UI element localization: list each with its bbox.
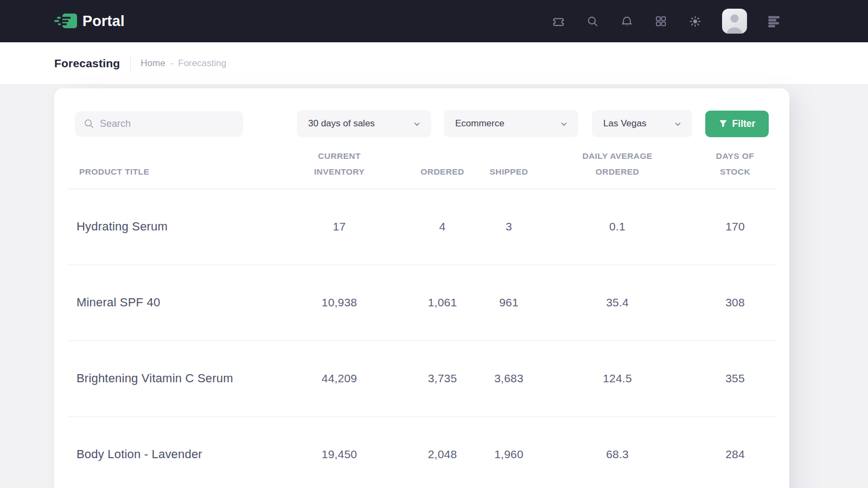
filter-button[interactable]: Filter <box>705 111 769 137</box>
cell-daily-average-ordered: 68.3 <box>533 448 701 461</box>
chevron-down-icon <box>413 120 421 128</box>
title-divider <box>130 55 131 72</box>
brand-name: Portal <box>82 13 125 30</box>
cell-product-title: Hydrating Serum <box>75 220 278 234</box>
cell-shipped: 3,683 <box>484 372 533 385</box>
col-header-ordered[interactable]: Ordered <box>400 164 484 179</box>
cell-shipped: 1,960 <box>484 448 533 461</box>
location-value: Las Vegas <box>603 118 646 129</box>
cell-ordered: 1,061 <box>400 296 484 309</box>
search-input[interactable] <box>100 118 235 130</box>
cell-product-title: Mineral SPF 40 <box>75 296 278 310</box>
theme-sun-icon[interactable] <box>688 14 702 28</box>
sales-period-dropdown[interactable]: 30 days of sales <box>297 110 431 137</box>
bell-icon[interactable] <box>620 14 634 28</box>
portal-logo-icon <box>54 12 77 30</box>
col-header-days-of-stock[interactable]: Days of Stock <box>701 148 769 180</box>
page-title: Forecasting <box>54 57 120 70</box>
chevron-down-icon <box>674 120 682 128</box>
cell-current-inventory: 44,209 <box>278 372 400 385</box>
cell-days-of-stock: 355 <box>701 372 769 385</box>
forecasting-card: 30 days of sales Ecommerce Las Vegas Fil… <box>54 88 789 488</box>
channel-dropdown[interactable]: Ecommerce <box>444 110 578 137</box>
cell-daily-average-ordered: 0.1 <box>533 220 701 233</box>
funnel-icon <box>719 119 727 128</box>
cell-ordered: 2,048 <box>400 448 484 461</box>
search-icon[interactable] <box>585 14 599 28</box>
cell-days-of-stock: 308 <box>701 296 769 309</box>
menu-lines-icon[interactable] <box>767 14 781 28</box>
table-row[interactable]: Hydrating Serum 17 4 3 0.1 170 <box>75 189 769 265</box>
chevron-down-icon <box>560 120 568 128</box>
cell-daily-average-ordered: 124.5 <box>533 372 701 385</box>
table-row[interactable]: Mineral SPF 40 10,938 1,061 961 35.4 308 <box>75 265 769 341</box>
cell-current-inventory: 19,450 <box>278 448 400 461</box>
col-header-product-title[interactable]: Product Title <box>75 164 278 179</box>
apps-grid-icon[interactable] <box>654 14 668 28</box>
location-dropdown[interactable]: Las Vegas <box>592 110 692 137</box>
top-navbar: Portal <box>0 0 868 42</box>
sales-period-value: 30 days of sales <box>308 118 375 129</box>
breadcrumb: Home - Forecasting <box>141 58 226 69</box>
user-avatar[interactable] <box>722 9 747 34</box>
cell-shipped: 961 <box>484 296 533 309</box>
col-header-shipped[interactable]: Shipped <box>484 164 533 179</box>
table-row[interactable]: Body Lotion - Lavender 19,450 2,048 1,96… <box>75 417 769 488</box>
cell-days-of-stock: 284 <box>701 448 769 461</box>
table-header-row: Product Title Current Inventory Ordered … <box>75 148 769 189</box>
breadcrumb-home[interactable]: Home <box>141 58 165 69</box>
breadcrumb-separator: - <box>170 58 174 69</box>
content-area: 30 days of sales Ecommerce Las Vegas Fil… <box>0 84 868 488</box>
cell-shipped: 3 <box>484 220 533 233</box>
search-input-icon <box>83 118 95 130</box>
cell-days-of-stock: 170 <box>701 220 769 233</box>
ticket-icon[interactable] <box>551 14 565 28</box>
cell-ordered: 4 <box>400 220 484 233</box>
breadcrumb-current: Forecasting <box>178 58 226 69</box>
navbar-actions <box>551 9 781 34</box>
filter-toolbar: 30 days of sales Ecommerce Las Vegas Fil… <box>75 110 769 137</box>
filter-button-label: Filter <box>732 118 756 130</box>
cell-product-title: Brightening Vitamin C Serum <box>75 371 278 386</box>
col-header-daily-average-ordered[interactable]: Daily Average Ordered <box>533 148 701 180</box>
col-header-current-inventory[interactable]: Current Inventory <box>278 148 400 180</box>
cell-current-inventory: 10,938 <box>278 296 400 309</box>
channel-value: Ecommerce <box>455 118 505 129</box>
cell-product-title: Body Lotion - Lavender <box>75 447 278 461</box>
cell-daily-average-ordered: 35.4 <box>533 296 701 309</box>
table-row[interactable]: Brightening Vitamin C Serum 44,209 3,735… <box>75 341 769 416</box>
page-header: Forecasting Home - Forecasting <box>0 42 868 84</box>
cell-ordered: 3,735 <box>400 372 484 385</box>
cell-current-inventory: 17 <box>278 220 400 233</box>
search-box[interactable] <box>75 111 243 137</box>
brand-logo[interactable]: Portal <box>54 12 125 30</box>
